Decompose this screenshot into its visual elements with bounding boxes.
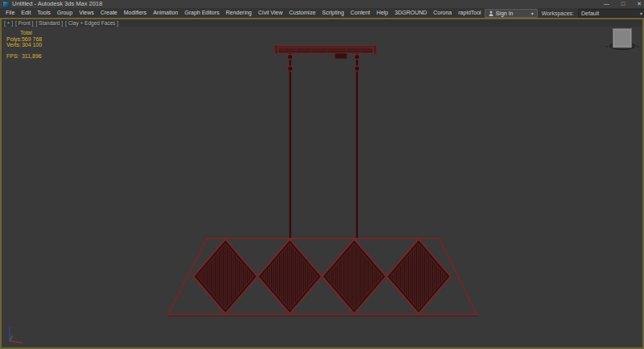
menu-content[interactable]: Content [347,8,374,18]
shade-diamond-3[interactable] [322,239,386,314]
stats-polys-row: Polys: 569 768 [6,36,42,43]
sign-in-caret-icon: ▾ [531,10,534,16]
viewcube[interactable] [605,29,640,50]
shade-frame[interactable] [167,239,477,316]
menu-tools[interactable]: Tools [34,8,53,18]
app-icon [3,2,9,7]
menu-edit[interactable]: Edit [18,8,34,18]
menu-rendering[interactable]: Rendering [222,8,254,18]
menu-file[interactable]: File [2,8,18,18]
stats-fps-value: 311,896 [22,53,42,59]
sign-in-button[interactable]: Sign In ▾ [485,9,538,18]
viewport-canvas [2,19,642,349]
ceiling-mount[interactable] [275,45,377,59]
sign-in-label: Sign In [496,10,514,16]
menu-3dground[interactable]: 3DGROUND [391,8,430,18]
stats-verts-value: 304 100 [22,42,42,48]
menu-customize[interactable]: Customize [286,8,319,18]
shade-diamond-2[interactable] [258,239,322,314]
menu-corona[interactable]: Corona [430,8,455,18]
3dsmax-window: Untitled - Autodesk 3ds Max 2018 — □ ✕ F… [0,0,644,349]
minimize-button[interactable]: — [604,0,609,8]
user-icon [489,10,493,16]
stats-fps-row: FPS: 311,896 [6,53,42,60]
menu-modifiers[interactable]: Modifiers [121,8,150,18]
shade-diamond-1[interactable] [193,239,258,314]
viewport-menu-general[interactable]: [ + ] [4,20,13,27]
menu-help[interactable]: Help [374,8,391,18]
workspace-dropdown[interactable]: Default ▾ [578,9,644,18]
workspaces-label: Workspaces: [542,10,574,16]
statistics-overlay: Total Polys: 569 768 Verts: 304 100 FPS:… [6,30,42,59]
shade-diamond-4[interactable] [386,239,451,314]
viewport-menu-pov[interactable]: [ Front ] [15,20,33,27]
menu-animation[interactable]: Animation [150,8,181,18]
pendant-model[interactable] [167,45,477,316]
viewport-menu-shading[interactable]: [ Clay + Edged Faces ] [65,20,118,27]
workspace-value: Default [581,10,599,16]
window-title: Untitled - Autodesk 3ds Max 2018 [12,0,102,8]
hanger-rod-left[interactable] [287,53,292,239]
menubar-right: Sign In ▾ Workspaces: Default ▾ [485,9,644,18]
stats-total-header: Total [20,30,42,36]
stats-fps-label: FPS: [6,53,20,60]
menu-create[interactable]: Create [97,8,121,18]
stats-verts-row: Verts: 304 100 [6,42,42,48]
world-axis-icon [10,327,23,343]
menu-bar: File Edit Tools Group Views Create Modif… [0,8,644,18]
maximize-button[interactable]: □ [621,0,625,8]
stats-verts-label: Verts: [6,42,20,48]
stats-polys-value: 569 768 [22,36,42,42]
menu-civil-view[interactable]: Civil View [255,8,286,18]
menu-graph-editors[interactable]: Graph Editors [181,8,222,18]
menu-views[interactable]: Views [76,8,97,18]
viewport-menu-renderer[interactable]: [ Standard ] [35,20,63,27]
viewport[interactable]: [ + ] [ Front ] [ Standard ] [ Clay + Ed… [0,18,644,349]
hanger-rod-right[interactable] [354,53,359,239]
window-controls: — □ ✕ [604,0,642,8]
menu-group[interactable]: Group [54,8,76,18]
menu-rapidtool[interactable]: rapidTool [455,8,484,18]
close-button[interactable]: ✕ [637,0,642,8]
title-bar: Untitled - Autodesk 3ds Max 2018 — □ ✕ [0,0,644,8]
stats-polys-label: Polys: [6,36,20,43]
menu-scripting[interactable]: Scripting [319,8,347,18]
viewport-label: [ + ] [ Front ] [ Standard ] [ Clay + Ed… [4,20,118,27]
workspace-caret-icon: ▾ [640,10,642,16]
